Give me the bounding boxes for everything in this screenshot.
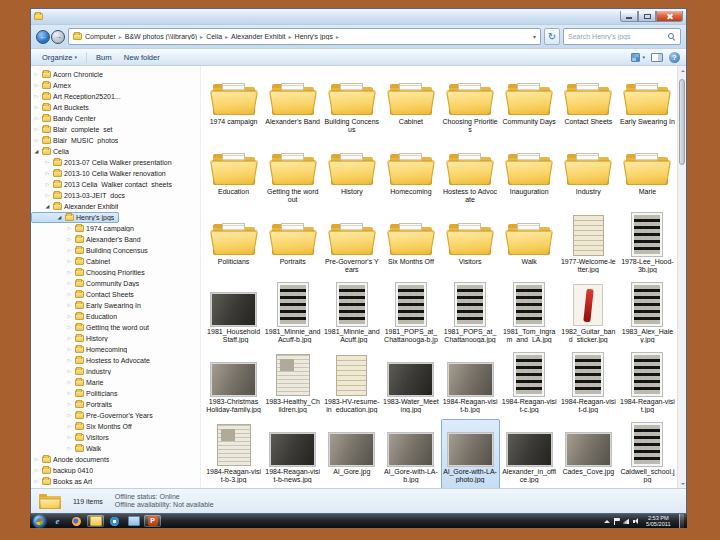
folder-item[interactable]: Pre-Governor's Years: [322, 209, 381, 279]
tree-item[interactable]: ▷ Art Reception25201...: [31, 91, 125, 102]
folder-item[interactable]: Industry: [559, 139, 618, 209]
tree-item[interactable]: ▷ 2013 Celia_Walker contact_sheets: [31, 179, 176, 190]
tree-expander-icon[interactable]: ▷: [33, 468, 40, 473]
tree-item[interactable]: ▷ Cabinet: [31, 256, 114, 267]
tree-item[interactable]: ▷ Blair_MUSIC_photos: [31, 135, 122, 146]
tree-expander-icon[interactable]: ◢: [44, 204, 51, 209]
tree-item[interactable]: ▷ Acorn Chronicle: [31, 69, 107, 80]
taskbar-clock[interactable]: 2:53 PM 5/05/2011: [646, 515, 671, 526]
forward-button[interactable]: →: [51, 30, 65, 44]
tree-item[interactable]: ▷ Books as Art: [31, 476, 96, 487]
taskbar-button-libraries[interactable]: [125, 515, 142, 527]
tree-item[interactable]: ▷ Homecoming: [31, 344, 131, 355]
tree-item[interactable]: ▷ 2013-10 Celia Walker renovation: [31, 168, 170, 179]
search-input[interactable]: [568, 33, 666, 40]
volume-icon[interactable]: [633, 517, 640, 525]
tree-expander-icon[interactable]: ▷: [66, 259, 73, 264]
folder-item[interactable]: Six Months Off: [381, 209, 440, 279]
back-button[interactable]: ←: [36, 30, 50, 44]
file-item[interactable]: 1983-HV-resume-in_education.jpg: [322, 349, 381, 419]
breadcrumb[interactable]: Computer▸B&W photos (\\library6)▸Celia▸A…: [68, 28, 541, 45]
tree-expander-icon[interactable]: ▷: [33, 83, 40, 88]
tree-item[interactable]: ▷ Education: [31, 311, 121, 322]
breadcrumb-chevron-icon[interactable]: ▸: [289, 33, 292, 40]
tree-item[interactable]: ▷ Blair_complete_set: [31, 124, 117, 135]
tree-expander-icon[interactable]: ▷: [44, 182, 51, 187]
tree-expander-icon[interactable]: ▷: [33, 479, 40, 484]
breadcrumb-chevron-icon[interactable]: ▸: [119, 33, 122, 40]
file-item[interactable]: 1981_Minnie_and_Acuff.jpg: [322, 279, 381, 349]
minimize-button[interactable]: [620, 11, 638, 22]
file-item[interactable]: 1983_Alex_Haley.jpg: [618, 279, 677, 349]
scrollbar-thumb[interactable]: [679, 79, 685, 165]
tree-expander-icon[interactable]: ▷: [33, 138, 40, 143]
file-item[interactable]: 1983-Water_Meeting.jpg: [381, 349, 440, 419]
breadcrumb-segment[interactable]: Computer: [85, 33, 116, 40]
taskbar-button-ie[interactable]: [49, 515, 66, 527]
tree-expander-icon[interactable]: ▷: [66, 325, 73, 330]
network-icon[interactable]: [623, 517, 630, 525]
new-folder-button[interactable]: New folder: [119, 52, 165, 63]
folder-item[interactable]: Choosing Priorities: [441, 69, 500, 139]
tree-expander-icon[interactable]: ◢: [33, 149, 40, 154]
tree-expander-icon[interactable]: ▷: [66, 413, 73, 418]
folder-item[interactable]: Contact Sheets: [559, 69, 618, 139]
tree-expander-icon[interactable]: ▷: [44, 160, 51, 165]
vertical-scrollbar[interactable]: [677, 66, 686, 488]
folder-item[interactable]: Early Swearing In: [618, 69, 677, 139]
file-item[interactable]: 1982_Guitar_band_sticker.jpg: [559, 279, 618, 349]
folder-item[interactable]: Walk: [500, 209, 559, 279]
tree-item[interactable]: ▷ Bandy Center: [31, 113, 100, 124]
file-item[interactable]: 1984-Reagan-visit-c.jpg: [500, 349, 559, 419]
file-item[interactable]: 1983-Christmas Holiday-family.jpg: [204, 349, 263, 419]
tree-item[interactable]: ▷ Getting the word out: [31, 322, 153, 333]
help-button[interactable]: ?: [669, 52, 680, 63]
taskbar-button-explorer[interactable]: [87, 515, 104, 527]
folder-item[interactable]: Marie: [618, 139, 677, 209]
organize-button[interactable]: Organize ▾: [37, 52, 82, 63]
folder-item[interactable]: Politicians: [204, 209, 263, 279]
breadcrumb-chevron-icon[interactable]: ▸: [336, 33, 339, 40]
tree-item[interactable]: ▷ Industry: [31, 366, 115, 377]
tree-item[interactable]: ▷ 2013-03-JEIT_docs: [31, 190, 129, 201]
close-button[interactable]: [656, 11, 683, 22]
tree-expander-icon[interactable]: ▷: [66, 314, 73, 319]
tree-expander-icon[interactable]: ▷: [33, 105, 40, 110]
search-box[interactable]: [563, 28, 681, 45]
tree-item[interactable]: ▷ History: [31, 333, 112, 344]
tree-item[interactable]: ▷ Building Concensus: [31, 245, 152, 256]
file-item[interactable]: 1981_POPS_at_Chattanooga.jpg: [441, 279, 500, 349]
address-dropdown-icon[interactable]: ▾: [533, 33, 536, 40]
breadcrumb-chevron-icon[interactable]: ▸: [200, 33, 203, 40]
file-item[interactable]: Caldwell_school.jpg: [618, 419, 677, 488]
breadcrumb-segment[interactable]: B&W photos (\\library6): [125, 33, 197, 40]
file-item[interactable]: Cades_Cove.jpg: [559, 419, 618, 488]
tree-item[interactable]: ▷ Hostess to Advocate: [31, 355, 154, 366]
action-center-icon[interactable]: [613, 517, 620, 525]
breadcrumb-chevron-icon[interactable]: ▸: [225, 33, 228, 40]
taskbar-button-media[interactable]: [106, 515, 123, 527]
scroll-up-icon[interactable]: [678, 66, 686, 75]
tree-expander-icon[interactable]: ▷: [66, 226, 73, 231]
file-item[interactable]: 1984-Reagan-visit-d.jpg: [559, 349, 618, 419]
taskbar-button-powerpoint[interactable]: [144, 515, 161, 527]
file-item[interactable]: 1984-Reagan-visit.jpg: [618, 349, 677, 419]
tree-item[interactable]: ◢ Celia: [31, 146, 73, 157]
show-desktop-button[interactable]: [679, 514, 684, 528]
tree-expander-icon[interactable]: ▷: [66, 435, 73, 440]
tree-expander-icon[interactable]: ▷: [66, 446, 73, 451]
file-item[interactable]: Al_Gore-with-LA-photo.jpg: [441, 419, 500, 488]
window-titlebar[interactable]: [31, 9, 686, 25]
tree-expander-icon[interactable]: ▷: [66, 303, 73, 308]
file-item[interactable]: 1981_POPS_at_Chattanooga-b.jpg: [381, 279, 440, 349]
tree-item[interactable]: ▷ Contact Sheets: [31, 289, 138, 300]
folder-item[interactable]: Education: [204, 139, 263, 209]
tree-expander-icon[interactable]: ▷: [66, 369, 73, 374]
tree-item[interactable]: ◢ Henry's jpgs: [31, 212, 119, 223]
folder-item[interactable]: Alexander's Band: [263, 69, 322, 139]
tree-item[interactable]: ▷ Six Months Off: [31, 421, 136, 432]
tree-expander-icon[interactable]: ▷: [33, 127, 40, 132]
taskbar-button-firefox[interactable]: [68, 515, 85, 527]
file-item[interactable]: 1978-Lee_Hood-3b.jpg: [618, 209, 677, 279]
tree-item[interactable]: ▷ Walk: [31, 443, 105, 454]
